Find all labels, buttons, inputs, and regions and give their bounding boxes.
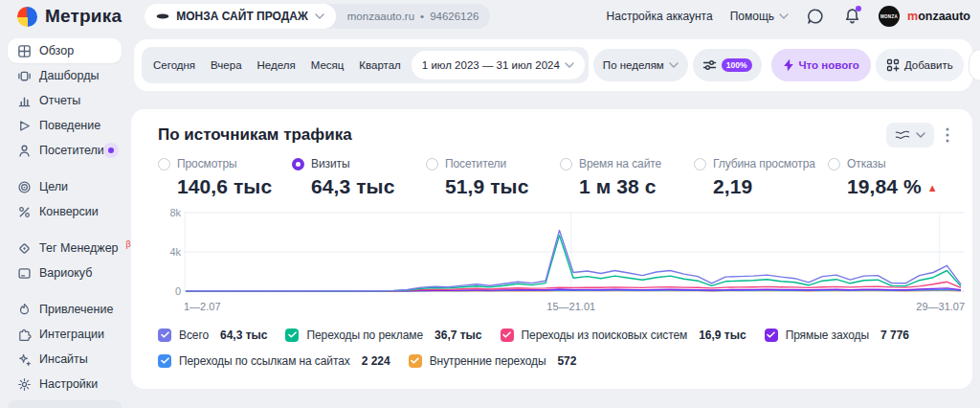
site-meta: monzaauto.ru • 94626126 — [336, 11, 491, 22]
traffic-chart[interactable]: 8k 4k 0 1—2.07 15—21.01 29—31.07 — [184, 205, 965, 297]
sidebar-item-goals[interactable]: Цели — [8, 174, 122, 199]
legend-item-direct[interactable]: Прямые заходы 7 776 — [765, 329, 909, 342]
checkbox-checked[interactable] — [409, 354, 422, 368]
legend-item-links[interactable]: Переходы по ссылкам на сайтах 2 224 — [158, 354, 390, 368]
sidebar-item-partial — [8, 400, 122, 408]
quick-range-month[interactable]: Месяц — [303, 59, 352, 71]
quick-range-quarter[interactable]: Квартал — [351, 59, 408, 71]
whats-new-button[interactable]: Что нового — [771, 49, 871, 81]
sidebar-item-dashboards[interactable]: Дашборды — [8, 63, 122, 88]
grouping-select[interactable]: По неделям — [593, 49, 688, 81]
site-name: МОНЗА САЙТ ПРОДАЖ — [176, 10, 308, 23]
tag-manager-icon — [16, 240, 32, 256]
metric-value: 51,9 тыс — [445, 175, 560, 198]
legend-label: Переходы по ссылкам на сайтах — [179, 354, 350, 368]
sliders-icon — [702, 58, 717, 72]
radio-unselected[interactable] — [694, 158, 706, 170]
sidebar-item-insights[interactable]: Инсайты — [8, 347, 122, 372]
overview-grid-icon — [16, 43, 32, 58]
reports-chart-icon — [16, 93, 32, 108]
sidebar-item-label: Дашборды — [39, 69, 100, 82]
metric-visits[interactable]: Визиты 64,3 тыс — [292, 157, 426, 198]
site-selector-button[interactable]: МОНЗА САЙТ ПРОДАЖ — [145, 4, 336, 29]
metric-label: Просмотры — [177, 157, 237, 170]
sidebar-item-conversions[interactable]: Конверсии — [8, 199, 122, 224]
sampling-button[interactable]: 100% — [693, 49, 762, 81]
sidebar-item-acquisition[interactable]: Привлечение — [8, 297, 122, 322]
whats-new-label: Что нового — [799, 59, 859, 71]
counter-id: 94626126 — [430, 11, 479, 22]
site-domain[interactable]: monzaauto.ru — [347, 11, 414, 22]
legend-label: Всего — [179, 329, 209, 342]
checkbox-checked[interactable] — [158, 354, 171, 368]
sidebar-item-variocube[interactable]: Вариокуб — [8, 261, 122, 285]
user-menu[interactable]: MONZA monzaauto — [879, 6, 970, 27]
chat-button[interactable] — [806, 7, 825, 26]
sidebar-item-label: Поведение — [39, 119, 100, 132]
help-menu[interactable]: Помощь — [730, 10, 789, 23]
sidebar-item-label: Посетители — [39, 144, 104, 157]
quick-range-today[interactable]: Сегодня — [145, 59, 203, 71]
checkbox-checked[interactable] — [501, 329, 514, 342]
radio-unselected[interactable] — [828, 158, 840, 170]
toolbar-panel: Сегодня Вчера Неделя Месяц Квартал 1 июл… — [134, 39, 972, 91]
site-favicon — [156, 12, 169, 20]
radio-selected[interactable] — [292, 158, 304, 170]
legend-value: 36,7 тыс — [434, 329, 482, 342]
sidebar-item-behavior[interactable]: Поведение — [8, 113, 122, 138]
beta-badge: β — [126, 239, 131, 249]
legend-item-internal[interactable]: Внутренние переходы 572 — [409, 354, 577, 368]
quick-range-yesterday[interactable]: Вчера — [203, 59, 249, 71]
quick-range-week[interactable]: Неделя — [250, 59, 303, 71]
date-range-value: 1 июл 2023 — 31 июл 2024 — [422, 59, 560, 71]
checkbox-checked[interactable] — [285, 329, 299, 342]
chevron-down-icon — [779, 13, 789, 19]
sidebar-item-label: Привлечение — [39, 303, 113, 316]
account-settings-link[interactable]: Настройка аккаунта — [607, 10, 713, 23]
sidebar-item-reports[interactable]: Отчеты — [8, 88, 122, 113]
variocube-icon — [16, 265, 32, 281]
chart-legend: Всего 64,3 тыс Переходы по рекламе 36,7 … — [158, 322, 909, 374]
card-more-button[interactable] — [946, 127, 949, 143]
metric-views[interactable]: Просмотры 140,6 тыс — [158, 157, 292, 198]
metric-users[interactable]: Посетители 51,9 тыс — [426, 157, 560, 198]
radio-unselected[interactable] — [158, 158, 170, 170]
y-axis-label: 8k — [158, 207, 181, 218]
metric-value: 1 м 38 с — [579, 175, 694, 198]
metric-time-on-site[interactable]: Время на сайте 1 м 38 с — [560, 157, 694, 198]
sidebar-item-label: Обзор — [39, 44, 74, 57]
kebab-icon — [946, 127, 949, 143]
legend-item-total[interactable]: Всего 64,3 тыс — [158, 329, 267, 342]
date-range-picker[interactable]: 1 июл 2023 — 31 июл 2024 — [412, 51, 585, 79]
visitors-person-icon — [16, 143, 32, 158]
metric-depth[interactable]: Глубина просмотра 2,19 — [694, 157, 828, 198]
legend-item-search[interactable]: Переходы из поисковых систем 16,9 тыс — [501, 329, 746, 342]
checkbox-checked[interactable] — [765, 329, 778, 342]
metric-bounce-rate[interactable]: Отказы 19,84 %▲ — [828, 157, 938, 198]
metric-value: 64,3 тыс — [311, 175, 426, 198]
sidebar-item-integrations[interactable]: Интеграции — [8, 322, 122, 347]
add-button[interactable]: Добавить — [876, 49, 964, 81]
sidebar-item-settings[interactable]: Настройки — [8, 372, 122, 397]
radio-unselected[interactable] — [426, 158, 438, 170]
metric-label: Глубина просмотра — [713, 157, 815, 170]
chevron-down-icon — [315, 13, 324, 19]
legend-value: 2 224 — [362, 354, 390, 368]
radio-unselected[interactable] — [560, 158, 572, 170]
sidebar-item-overview[interactable]: Обзор — [8, 38, 122, 63]
grouping-value: По неделям — [603, 59, 664, 71]
sidebar-item-visitors[interactable]: Посетители — [8, 138, 122, 163]
legend-value: 7 776 — [880, 329, 909, 342]
toolbar-more-button[interactable] — [969, 49, 980, 81]
site-selector: МОНЗА САЙТ ПРОДАЖ monzaauto.ru • 9462612… — [145, 4, 490, 29]
behavior-play-icon — [16, 118, 32, 133]
checkbox-checked[interactable] — [158, 329, 171, 342]
user-name: monzaauto — [907, 10, 970, 23]
sidebar-item-tag-manager[interactable]: Тег Менеджер β — [8, 236, 122, 261]
top-header: Метрика МОНЗА САЙТ ПРОДАЖ monzaauto.ru •… — [0, 0, 980, 33]
chart-type-select[interactable] — [886, 123, 934, 147]
sidebar: Обзор Дашборды Отчеты Поведение Посетите… — [8, 38, 122, 408]
legend-item-ads[interactable]: Переходы по рекламе 36,7 тыс — [285, 329, 481, 342]
metrica-logo[interactable]: Метрика — [17, 6, 122, 27]
notifications-button[interactable] — [842, 7, 861, 26]
